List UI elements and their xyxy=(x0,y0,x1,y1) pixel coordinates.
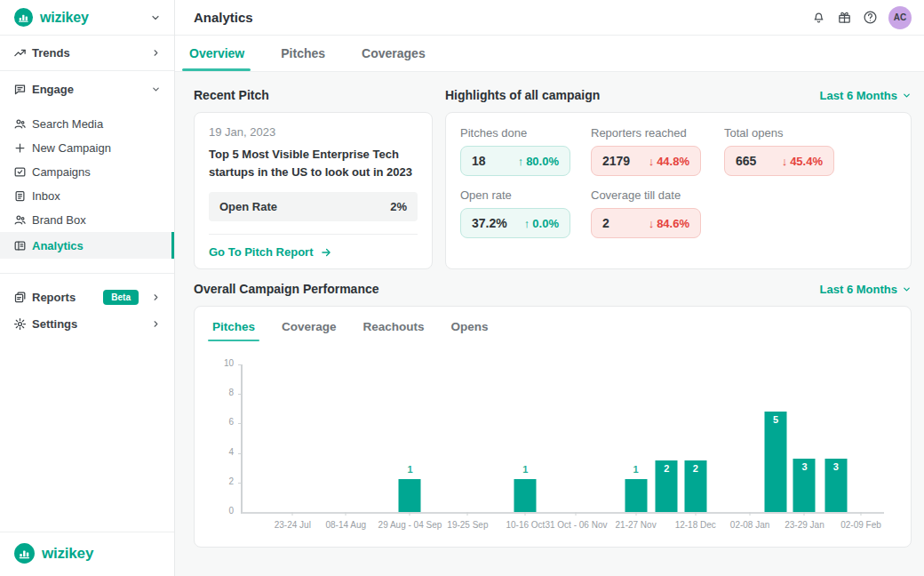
sidebar-item-inbox[interactable]: Inbox xyxy=(0,184,174,208)
x-tick-mark xyxy=(346,512,346,516)
sidebar-item-brand-box[interactable]: Brand Box xyxy=(0,208,174,232)
overview-content: Recent Pitch 19 Jan, 2023 Top 5 Most Vis… xyxy=(175,72,924,576)
performance-period-value: Last 6 Months xyxy=(820,283,897,296)
engage-subitems: Search Media New Campaign Campaigns xyxy=(0,107,174,262)
sidebar-item-new-campaign[interactable]: New Campaign xyxy=(0,136,174,160)
page-title: Analytics xyxy=(194,10,253,25)
notifications-button[interactable] xyxy=(811,10,826,25)
x-tick-label: 21-27 Nov xyxy=(616,520,657,530)
workspace-switcher[interactable]: wizikey xyxy=(0,0,174,36)
x-tick-mark xyxy=(292,512,293,516)
trending-up-icon xyxy=(13,46,27,60)
user-avatar[interactable]: AC xyxy=(888,6,912,29)
chart-bar[interactable]: 2 xyxy=(684,460,706,512)
chart-tab-coverage[interactable]: Coverage xyxy=(282,320,337,341)
chart-tab-pitches[interactable]: Pitches xyxy=(212,320,255,341)
y-tick-label: 10 xyxy=(224,359,234,368)
stat-label: Reporters reached xyxy=(591,126,724,140)
chart-bar[interactable]: 3 xyxy=(793,459,816,512)
stat-value: 2 xyxy=(602,216,609,230)
stat-open-rate: Open rate 37.2% ↑0.0% xyxy=(460,188,591,238)
whats-new-button[interactable] xyxy=(837,10,852,25)
campaign-card-icon xyxy=(13,165,27,179)
chart-bar[interactable]: 1 xyxy=(514,479,537,512)
x-tick-label: 31 Oct - 06 Nov xyxy=(545,520,607,530)
bar-value-label: 3 xyxy=(801,461,807,472)
card-divider xyxy=(209,234,418,235)
x-tick-label: 23-29 Jan xyxy=(785,520,824,530)
sidebar-item-label: Analytics xyxy=(32,239,84,252)
stat-change: ↓84.6% xyxy=(649,217,689,230)
pitch-date: 19 Jan, 2023 xyxy=(209,125,418,139)
stat-change: ↓44.8% xyxy=(649,155,689,168)
help-button[interactable] xyxy=(863,10,878,25)
sidebar-item-label: Inbox xyxy=(32,189,60,203)
x-tick-mark xyxy=(635,512,636,516)
sidebar-item-settings[interactable]: Settings xyxy=(0,310,174,338)
sidebar-item-label: Brand Box xyxy=(32,213,86,227)
x-tick-mark xyxy=(525,512,526,516)
sidebar-item-reports[interactable]: Reports Beta xyxy=(0,284,174,310)
y-tick-mark xyxy=(238,483,242,484)
topbar-actions: AC xyxy=(811,6,912,29)
stat-label: Total opens xyxy=(724,126,896,140)
sidebar-item-trends[interactable]: Trends xyxy=(0,36,174,71)
chart-bar[interactable]: 1 xyxy=(625,479,647,512)
tab-overview[interactable]: Overview xyxy=(189,36,244,71)
y-tick-label: 2 xyxy=(228,477,234,486)
x-tick-mark xyxy=(576,512,577,516)
stat-change-value: 45.4% xyxy=(790,155,823,168)
wizikey-logo-text: wizikey xyxy=(40,10,89,26)
sidebar-item-label: New Campaign xyxy=(32,141,111,155)
chevron-down-icon xyxy=(902,91,912,100)
chart-bar[interactable]: 5 xyxy=(764,412,786,512)
stat-chip: 665 ↓45.4% xyxy=(724,146,834,176)
chart-bar[interactable]: 3 xyxy=(824,459,847,512)
stat-chip: 37.2% ↑0.0% xyxy=(460,208,570,238)
bar-value-label: 2 xyxy=(664,463,669,474)
wizikey-logo-icon xyxy=(13,542,36,564)
bar-value-label: 5 xyxy=(773,414,778,425)
tab-pitches[interactable]: Pitches xyxy=(281,36,325,71)
main-area: Analytics AC xyxy=(175,0,924,576)
stat-change: ↓45.4% xyxy=(782,155,823,168)
gift-icon xyxy=(837,10,852,25)
bell-icon xyxy=(811,10,826,25)
highlights-period-dropdown[interactable]: Last 6 Months xyxy=(820,89,912,102)
arrow-down-icon: ↓ xyxy=(649,217,655,230)
stat-value: 37.2% xyxy=(472,216,507,230)
x-tick-mark xyxy=(804,512,805,516)
go-to-pitch-report-link[interactable]: Go To Pitch Report xyxy=(209,245,418,259)
chart-bar[interactable]: 1 xyxy=(399,479,421,512)
help-circle-icon xyxy=(863,10,878,25)
sidebar-item-campaigns[interactable]: Campaigns xyxy=(0,160,174,184)
performance-period-dropdown[interactable]: Last 6 Months xyxy=(820,283,912,296)
app-window: wizikey Trends Engage xyxy=(0,0,924,576)
tab-coverages[interactable]: Coverages xyxy=(362,36,426,71)
stat-value: 18 xyxy=(472,154,486,168)
x-tick-label: 10-16 Oct xyxy=(506,520,545,530)
stat-value: 665 xyxy=(736,154,756,168)
chart-tab-opens[interactable]: Opens xyxy=(451,320,489,341)
x-tick-mark xyxy=(467,512,468,516)
chevron-right-icon xyxy=(151,48,161,58)
stat-change: ↑80.0% xyxy=(518,155,559,168)
sidebar-divider xyxy=(0,273,174,274)
chart-tab-reachouts[interactable]: Reachouts xyxy=(363,320,425,341)
pitch-title: Top 5 Most Visible Enterprise Tech start… xyxy=(209,146,418,180)
stat-change: ↑0.0% xyxy=(524,217,559,230)
y-tick-label: 0 xyxy=(228,507,234,516)
chevron-down-icon xyxy=(150,12,161,23)
sidebar-item-engage[interactable]: Engage xyxy=(0,71,174,107)
bar-chart-plot: 0246810 23-24 Jul08-14 Aug29 Aug - 04 Se… xyxy=(241,364,884,514)
chevron-right-icon xyxy=(151,292,161,302)
stat-change-value: 0.0% xyxy=(532,217,559,230)
stat-change-value: 80.0% xyxy=(526,155,559,168)
sidebar-item-search-media[interactable]: Search Media xyxy=(0,112,174,136)
bar-value-label: 2 xyxy=(693,463,698,474)
chart-bar[interactable]: 2 xyxy=(656,460,678,512)
stat-label: Coverage till date xyxy=(591,188,724,202)
sidebar-item-analytics[interactable]: Analytics xyxy=(0,232,174,259)
bar-value-label: 3 xyxy=(833,461,839,472)
x-tick-mark xyxy=(695,512,696,516)
